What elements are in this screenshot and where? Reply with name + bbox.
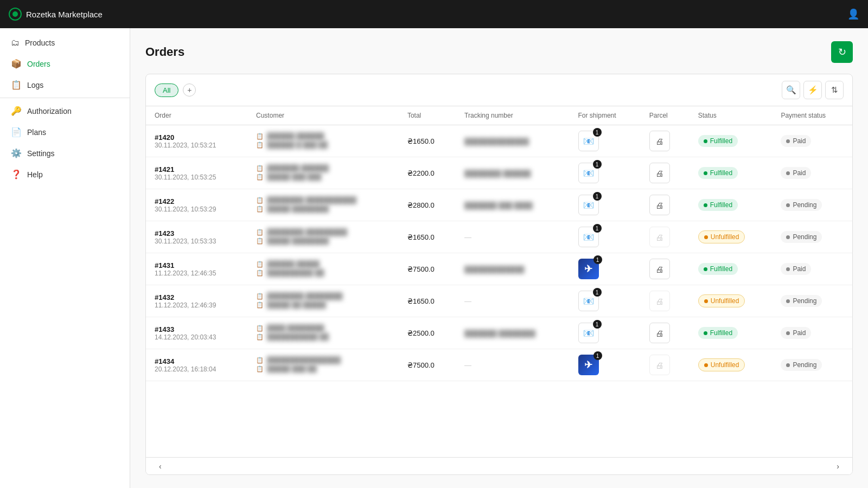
sidebar-item-plans[interactable]: 📄 Plans	[0, 121, 130, 143]
order-id: #1434	[155, 357, 239, 365]
order-date: 14.12.2023, 20:03:43	[155, 333, 239, 341]
table-row[interactable]: #142230.11.2023, 10:53:29 📋 ████████ ███…	[146, 189, 852, 221]
table-row[interactable]: #142030.11.2023, 10:53:21 📋 ██████ █████…	[146, 125, 852, 157]
customer-detail-icon: 📋	[256, 301, 264, 309]
customer-name: ██████ █████	[267, 260, 320, 268]
refresh-icon: ↻	[838, 46, 846, 58]
sidebar-item-help[interactable]: ❓ Help	[0, 164, 130, 185]
filter-tab-all[interactable]: All	[155, 84, 178, 97]
shipment-button[interactable]: 📧 1	[578, 291, 599, 311]
parcel-cell: 🖨	[641, 125, 690, 157]
order-cell: #143314.12.2023, 20:03:43	[146, 317, 247, 349]
customer-name-row: 📋 ████████████████	[256, 356, 390, 364]
table-scroll[interactable]: Order Customer Total Tracking number For…	[146, 106, 852, 457]
parcel-button[interactable]: 🖨	[649, 227, 670, 247]
order-total: ₴1650.0	[407, 137, 435, 145]
tracking-number: ████████ ██████	[464, 170, 531, 177]
customer-detail-row: 📋 █████ ████████	[256, 237, 390, 245]
table-row[interactable]: #143111.12.2023, 12:46:35 📋 ██████ █████…	[146, 253, 852, 285]
filter-bar: All + 🔍 ⚡ ⇅	[146, 74, 852, 106]
tracking-cell: █████████████	[456, 253, 569, 285]
order-date: 11.12.2023, 12:46:35	[155, 269, 239, 277]
parcel-button[interactable]: 🖨	[649, 323, 670, 343]
page-title: Orders	[145, 45, 184, 59]
payment-badge: Paid	[781, 263, 811, 275]
customer-detail-icon: 📋	[256, 269, 264, 277]
sidebar-item-products[interactable]: 🗂 Products	[0, 33, 130, 53]
status-cell: Fulfilled	[690, 253, 773, 285]
printer-icon: 🖨	[655, 233, 663, 242]
parcel-cell: 🖨	[641, 285, 690, 317]
shipment-button[interactable]: 📧 1	[578, 131, 599, 151]
payment-dot	[786, 363, 790, 367]
search-button[interactable]: 🔍	[782, 81, 800, 99]
customer-copy-icon: 📋	[256, 165, 264, 172]
customer-copy-icon: 📋	[256, 357, 264, 364]
shipment-icon: 📧	[583, 168, 594, 178]
table-row[interactable]: #142130.11.2023, 10:53:25 📋 ███████ ████…	[146, 157, 852, 189]
payment-badge: Pending	[781, 199, 822, 211]
parcel-button[interactable]: 🖨	[649, 259, 670, 279]
sort-button[interactable]: ⇅	[825, 81, 844, 99]
payment-dot	[786, 267, 790, 271]
customer-detail: █████ ████████	[267, 237, 329, 245]
payment-dot	[786, 331, 790, 335]
printer-icon: 🖨	[655, 361, 663, 370]
customer-detail-icon: 📋	[256, 237, 264, 245]
shipment-button[interactable]: 📧 1	[578, 323, 599, 343]
parcel-button[interactable]: 🖨	[649, 291, 670, 311]
shipment-badge: 1	[593, 128, 602, 137]
sidebar-item-logs[interactable]: 📋 Logs	[0, 74, 130, 95]
payment-cell: Paid	[772, 125, 852, 157]
parcel-button[interactable]: 🖨	[649, 195, 670, 215]
customer-detail: █████ ████████	[267, 205, 329, 213]
parcel-button[interactable]: 🖨	[649, 131, 670, 151]
table-row[interactable]: #143314.12.2023, 20:03:43 📋 ████ ███████…	[146, 317, 852, 349]
customer-detail-row: 📋 ██████████ ██	[256, 269, 390, 277]
shipment-cell: ✈ 1	[570, 253, 641, 285]
payment-badge: Pending	[781, 295, 822, 307]
filter-add-button[interactable]: +	[183, 84, 196, 97]
parcel-button[interactable]: 🖨	[649, 163, 670, 183]
shipment-badge: 1	[593, 192, 602, 201]
status-cell: Unfulfilled	[690, 221, 773, 253]
sidebar-item-orders[interactable]: 📦 Orders	[0, 53, 130, 74]
customer-name: ████████████████	[267, 356, 341, 364]
filter-button[interactable]: ⚡	[803, 81, 822, 99]
sidebar-label-plans: Plans	[27, 128, 46, 137]
shipment-button[interactable]: 📧 1	[578, 227, 599, 247]
scroll-left-button[interactable]: ‹	[155, 460, 166, 473]
order-id: #1421	[155, 165, 239, 174]
user-icon[interactable]: 👤	[847, 8, 859, 20]
tracking-empty: —	[464, 361, 471, 369]
table-row[interactable]: #142330.11.2023, 10:53:33 📋 ████████ ███…	[146, 221, 852, 253]
order-cell: #142130.11.2023, 10:53:25	[146, 157, 247, 189]
order-total: ₴1650.0	[407, 297, 435, 305]
status-dot	[704, 363, 708, 367]
customer-detail-icon: 📋	[256, 333, 264, 341]
shipment-button[interactable]: 📧 1	[578, 195, 599, 215]
status-badge: Fulfilled	[698, 199, 738, 211]
order-cell: #143111.12.2023, 12:46:35	[146, 253, 247, 285]
table-row[interactable]: #143211.12.2023, 12:46:39 📋 ████████ ███…	[146, 285, 852, 317]
sidebar-item-authorization[interactable]: 🔑 Authorization	[0, 100, 130, 121]
sidebar-item-settings[interactable]: ⚙️ Settings	[0, 143, 130, 164]
customer-detail-row: 📋 █████ ██ █████	[256, 301, 390, 309]
filter-icon: ⚡	[808, 85, 818, 95]
sidebar-label-orders: Orders	[27, 60, 50, 68]
refresh-button[interactable]: ↻	[831, 41, 853, 63]
payment-dot	[786, 235, 790, 239]
customer-cell: 📋 ████████ ███████████ 📋 █████ ████████	[247, 189, 399, 221]
parcel-button[interactable]: 🖨	[649, 355, 670, 375]
table-row[interactable]: #143420.12.2023, 16:18:04 📋 ████████████…	[146, 349, 852, 381]
scroll-right-button[interactable]: ›	[832, 460, 844, 473]
order-cell: #142330.11.2023, 10:53:33	[146, 221, 247, 253]
orders-icon: 📦	[11, 59, 22, 69]
tracking-cell: ███████ ████████	[456, 317, 569, 349]
plans-icon: 📄	[11, 127, 22, 137]
logs-icon: 📋	[11, 80, 22, 90]
col-order: Order	[146, 106, 247, 125]
shipment-button[interactable]: 📧 1	[578, 163, 599, 183]
brand: Rozetka Marketplace	[9, 8, 103, 21]
brand-name: Rozetka Marketplace	[26, 10, 103, 19]
